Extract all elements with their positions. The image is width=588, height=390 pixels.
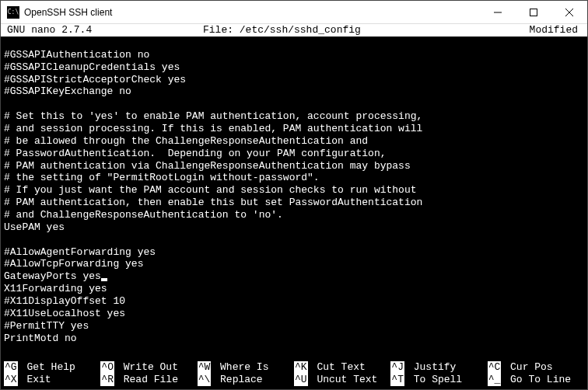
shortcut-item: ^R Read File — [100, 374, 197, 386]
app-icon: C:\ — [7, 6, 19, 19]
editor-line: # PAM authentication via ChallengeRespon… — [4, 160, 584, 172]
shortcut-item: ^U Uncut Text — [294, 374, 390, 386]
shortcut-item: ^\ Replace — [198, 374, 294, 386]
shortcut-item: ^C Cur Pos — [488, 361, 584, 374]
editor-line: #GSSAPIAuthentication no — [4, 49, 584, 61]
maximize-icon — [530, 9, 537, 16]
shortcut-label: Uncut Text — [311, 374, 378, 386]
shortcut-item: ^O Write Out — [100, 361, 197, 374]
terminal-area[interactable]: GNU nano 2.7.4 File: /etc/ssh/sshd_confi… — [1, 24, 587, 389]
shortcut-item: ^X Exit — [4, 374, 100, 386]
shortcut-key: ^W — [198, 361, 212, 374]
nano-status: Modified — [530, 24, 587, 37]
editor-line: # be allowed through the ChallengeRespon… — [4, 135, 584, 148]
editor-line: #AllowTcpForwarding yes — [4, 258, 584, 270]
shortcut-key: ^O — [100, 361, 114, 374]
editor-line: # PAM authentication, then enable this b… — [4, 197, 584, 209]
editor-line: #AllowAgentForwarding yes — [4, 246, 584, 259]
editor-line: #X11DisplayOffset 10 — [4, 295, 584, 308]
shortcut-key: ^\ — [198, 374, 212, 386]
shortcut-key: ^K — [294, 361, 308, 374]
nano-shortcuts: ^G Get Help^O Write Out^W Where Is^K Cut… — [1, 361, 587, 386]
window-title: OpenSSH SSH client — [24, 7, 480, 18]
editor-line: X11Forwarding yes — [4, 283, 584, 295]
shortcut-label: Cur Pos — [504, 361, 552, 374]
shortcut-label: Write Out — [117, 361, 178, 374]
editor-content[interactable]: #GSSAPIAuthentication no#GSSAPICleanupCr… — [1, 37, 587, 344]
editor-line: #GSSAPIStrictAcceptorCheck yes — [4, 74, 584, 86]
editor-line: #GSSAPICleanupCredentials yes — [4, 61, 584, 74]
editor-line: PrintMotd no — [4, 333, 584, 345]
shortcut-key: ^U — [294, 374, 308, 386]
shortcut-key: ^J — [390, 361, 404, 374]
editor-line: # and session processing. If this is ena… — [4, 123, 584, 135]
minimize-icon — [494, 9, 502, 16]
shortcut-item: ^J Justify — [390, 361, 487, 374]
shortcut-label: Read File — [117, 374, 178, 386]
shortcut-item: ^G Get Help — [4, 361, 100, 374]
shortcut-label: Get Help — [21, 361, 75, 374]
shortcut-key: ^_ — [488, 374, 502, 386]
nano-header: GNU nano 2.7.4 File: /etc/ssh/sshd_confi… — [1, 24, 587, 37]
editor-line: #GSSAPIKeyExchange no — [4, 85, 584, 98]
shortcut-item: ^T To Spell — [390, 374, 487, 386]
shortcut-label: To Spell — [408, 374, 462, 386]
minimize-button[interactable] — [480, 1, 516, 23]
shortcut-label: Justify — [408, 361, 456, 374]
editor-line: # and ChallengeResponseAuthentication to… — [4, 209, 584, 221]
shortcut-item: ^W Where Is — [198, 361, 294, 374]
window-titlebar: C:\ OpenSSH SSH client — [1, 1, 587, 24]
shortcut-key: ^T — [390, 374, 404, 386]
editor-line: #PermitTTY yes — [4, 320, 584, 333]
nano-file-label: File: /etc/ssh/sshd_config — [203, 24, 530, 37]
maximize-button[interactable] — [516, 1, 551, 23]
text-cursor — [101, 278, 107, 281]
editor-line — [4, 37, 584, 49]
editor-line: # PasswordAuthentication. Depending on y… — [4, 148, 584, 160]
app-icon-text: C:\ — [8, 9, 19, 16]
shortcut-key: ^G — [4, 361, 18, 374]
shortcut-key: ^C — [488, 361, 502, 374]
svg-rect-1 — [530, 9, 537, 16]
shortcut-item: ^K Cut Text — [294, 361, 390, 374]
shortcut-label: Go To Line — [504, 374, 571, 386]
editor-line: UsePAM yes — [4, 221, 584, 234]
shortcut-label: Replace — [214, 374, 262, 386]
shortcut-key: ^X — [4, 374, 18, 386]
editor-line — [4, 234, 584, 246]
shortcut-key: ^R — [100, 374, 114, 386]
editor-line: # the setting of "PermitRootLogin withou… — [4, 172, 584, 184]
editor-line — [4, 98, 584, 110]
nano-version: GNU nano 2.7.4 — [1, 24, 203, 37]
shortcut-label: Cut Text — [311, 361, 366, 374]
shortcut-label: Exit — [21, 374, 51, 386]
editor-line: GatewayPorts yes — [4, 270, 584, 283]
shortcut-label: Where Is — [214, 361, 268, 374]
window-controls — [480, 1, 587, 23]
shortcut-item: ^_ Go To Line — [488, 374, 584, 386]
editor-line: # If you just want the PAM account and s… — [4, 184, 584, 197]
editor-line: #X11UseLocalhost yes — [4, 308, 584, 320]
close-icon — [565, 9, 573, 16]
close-button[interactable] — [551, 1, 587, 23]
editor-line: # Set this to 'yes' to enable PAM authen… — [4, 110, 584, 123]
